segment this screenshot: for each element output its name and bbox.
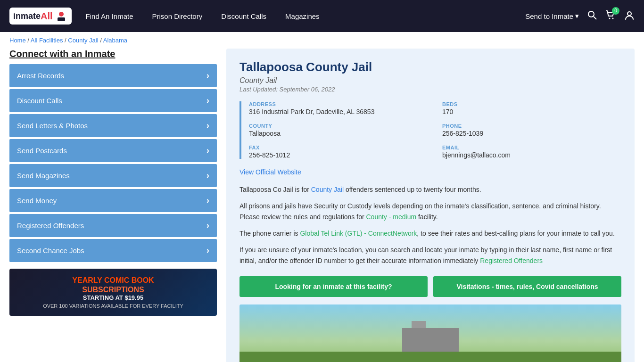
- svg-point-0: [59, 12, 64, 16]
- desc2: All prisons and jails have Security or C…: [239, 201, 621, 222]
- official-website-link[interactable]: View Official Website: [239, 168, 301, 176]
- sidebar-item-send-magazines[interactable]: Send Magazines ›: [9, 164, 217, 187]
- arrow-icon: ›: [206, 71, 209, 81]
- navbar: inmate All Find An Inmate Prison Directo…: [0, 0, 644, 32]
- svg-point-2: [588, 11, 594, 17]
- arrow-icon: ›: [206, 171, 209, 181]
- chevron-down-icon: ▾: [575, 12, 579, 20]
- svg-point-6: [627, 12, 631, 16]
- facility-title: Tallapoosa County Jail: [239, 60, 621, 74]
- svg-rect-1: [58, 17, 65, 21]
- ad-subtext: OVER 100 VARIATIONS AVAILABLE FOR EVERY …: [43, 303, 183, 309]
- county-medium-link[interactable]: County - medium: [366, 213, 416, 221]
- arrow-icon: ›: [206, 221, 209, 230]
- registered-offenders-link[interactable]: Registered Offenders: [480, 257, 543, 264]
- ad-price: STARTING AT $19.95: [83, 294, 143, 301]
- sidebar-title: Connect with an Inmate: [9, 49, 217, 59]
- arrow-icon: ›: [206, 96, 209, 106]
- sidebar-item-send-letters[interactable]: Send Letters & Photos ›: [9, 114, 217, 137]
- ad-banner[interactable]: YEARLY COMIC BOOK SUBSCRIPTIONS STARTING…: [9, 269, 217, 316]
- nav-discount-calls[interactable]: Discount Calls: [221, 12, 266, 20]
- arrow-icon: ›: [206, 246, 209, 255]
- visitations-button[interactable]: Visitations - times, rules, Covid cancel…: [433, 276, 621, 297]
- sidebar: Connect with an Inmate Arrest Records › …: [9, 49, 217, 362]
- facility-image: [239, 304, 621, 362]
- arrow-icon: ›: [206, 146, 209, 156]
- county-block: COUNTY Tallapoosa: [249, 123, 428, 137]
- sidebar-item-second-chance-jobs[interactable]: Second Chance Jobs ›: [9, 239, 217, 262]
- sidebar-item-registered-offenders[interactable]: Registered Offenders ›: [9, 214, 217, 237]
- sidebar-item-send-postcards[interactable]: Send Postcards ›: [9, 139, 217, 162]
- svg-point-5: [612, 17, 614, 19]
- phone-block: PHONE 256-825-1039: [442, 123, 621, 137]
- main-panel: Tallapoosa County Jail County Jail Last …: [226, 49, 635, 362]
- fax-block: FAX 256-825-1012: [249, 145, 428, 159]
- desc4: If you are unsure of your inmate's locat…: [239, 245, 621, 266]
- breadcrumb-all-facilities[interactable]: All Facilities: [31, 37, 63, 44]
- desc1: Tallapoosa Co Jail is for County Jail of…: [239, 184, 621, 195]
- sidebar-item-arrest-records[interactable]: Arrest Records ›: [9, 64, 217, 87]
- cart-button[interactable]: 0: [605, 10, 616, 23]
- desc3: The phone carrier is Global Tel Link (GT…: [239, 228, 621, 239]
- breadcrumb-state[interactable]: Alabama: [103, 37, 127, 44]
- content-wrapper: Connect with an Inmate Arrest Records › …: [0, 49, 644, 362]
- svg-point-4: [609, 17, 611, 19]
- breadcrumb-home[interactable]: Home: [9, 37, 26, 44]
- sidebar-menu: Arrest Records › Discount Calls › Send L…: [9, 64, 217, 262]
- facility-updated: Last Updated: September 06, 2022: [239, 86, 621, 93]
- looking-for-inmate-button[interactable]: Looking for an inmate at this facility?: [239, 276, 428, 297]
- info-grid: ADDRESS 316 Industrial Park Dr, Dadevill…: [239, 101, 621, 159]
- county-jail-link1[interactable]: County Jail: [311, 186, 344, 193]
- beds-block: BEDS 170: [442, 101, 621, 115]
- arrow-icon: ›: [206, 121, 209, 131]
- search-button[interactable]: [587, 10, 597, 22]
- nav-links: Find An Inmate Prison Directory Discount…: [86, 12, 526, 20]
- logo[interactable]: inmate All: [9, 8, 72, 25]
- gtl-link[interactable]: Global Tel Link (GTL) - ConnectNetwork: [300, 230, 417, 237]
- logo-text: inmate: [13, 11, 41, 21]
- breadcrumb-county-jail[interactable]: County Jail: [68, 37, 98, 44]
- nav-find-inmate[interactable]: Find An Inmate: [86, 12, 133, 20]
- logo-all: All: [41, 11, 53, 22]
- nav-right: Send to Inmate ▾ 0: [525, 10, 635, 23]
- nav-magazines[interactable]: Magazines: [285, 12, 320, 20]
- action-buttons: Looking for an inmate at this facility? …: [239, 276, 621, 297]
- ad-title: YEARLY COMIC BOOK SUBSCRIPTIONS: [72, 276, 154, 294]
- send-to-inmate-button[interactable]: Send to Inmate ▾: [525, 12, 579, 20]
- svg-line-3: [594, 16, 596, 19]
- nav-prison-directory[interactable]: Prison Directory: [152, 12, 203, 20]
- sidebar-item-send-money[interactable]: Send Money ›: [9, 189, 217, 212]
- cart-badge: 0: [612, 7, 619, 15]
- sidebar-item-discount-calls[interactable]: Discount Calls ›: [9, 89, 217, 112]
- facility-type: County Jail: [239, 76, 621, 85]
- trees-shape: [239, 352, 621, 362]
- email-block: EMAIL bjennings@tallaco.com: [442, 145, 621, 159]
- logo-icon: [55, 9, 68, 23]
- address-block: ADDRESS 316 Industrial Park Dr, Dadevill…: [249, 101, 428, 115]
- user-button[interactable]: [624, 10, 635, 23]
- breadcrumb: Home / All Facilities / County Jail / Al…: [0, 32, 644, 49]
- arrow-icon: ›: [206, 196, 209, 206]
